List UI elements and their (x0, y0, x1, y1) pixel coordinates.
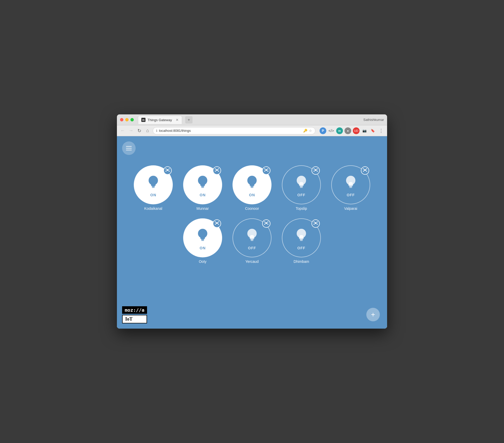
hamburger-line-3 (126, 150, 132, 150)
browser-window: m Things Gateway ✕ + Sathishkumar ← → ↻ … (117, 114, 387, 329)
connect-icon (264, 168, 269, 173)
ublock-icon[interactable]: UD (353, 127, 360, 134)
thing-item-valparai[interactable]: OFF Valparai (330, 165, 372, 211)
thing-circle-container: ON (183, 218, 222, 257)
hamburger-line-1 (126, 146, 132, 147)
bulb-icon (144, 173, 162, 192)
svg-point-77 (218, 224, 219, 225)
thing-circle-container: ON (183, 165, 222, 204)
svg-point-22 (215, 168, 216, 170)
thing-name: Valparai (344, 206, 357, 211)
svg-rect-40 (300, 186, 303, 187)
thing-item-topslip[interactable]: OFF Topslip (281, 165, 322, 211)
svg-point-75 (218, 222, 219, 223)
thing-item-ooty[interactable]: ON Ooty (182, 218, 223, 264)
svg-point-87 (264, 222, 265, 223)
tab-title: Things Gateway (148, 118, 172, 122)
thing-circle-container: ON (233, 165, 271, 204)
tab-close-button[interactable]: ✕ (176, 118, 179, 122)
bulb-icon (292, 226, 310, 245)
reload-button[interactable]: ↻ (136, 128, 142, 134)
thing-item-coonoor[interactable]: ON Coonoor (231, 165, 273, 211)
svg-point-62 (366, 168, 367, 170)
connect-icon (313, 168, 318, 173)
screenshot-icon[interactable]: 📷 (361, 127, 368, 134)
svg-point-61 (363, 168, 364, 170)
thing-circle-container: OFF (233, 218, 271, 257)
thing-circle-container: OFF (331, 165, 370, 204)
bulb-icon (292, 173, 310, 192)
thing-item-kodaikanal[interactable]: ON Kodaikanal (132, 165, 174, 211)
thing-name: Yercaud (246, 259, 259, 264)
thing-status: ON (249, 193, 255, 197)
new-tab-button[interactable]: + (185, 116, 193, 123)
maximize-window-button[interactable] (130, 118, 134, 121)
thing-circle-container: OFF (282, 218, 321, 257)
connect-icon (215, 221, 219, 226)
connect-badge[interactable] (213, 166, 221, 175)
thing-item-dhimbam[interactable]: OFF Dhimbam (281, 218, 322, 264)
svg-point-101 (317, 222, 318, 223)
svg-point-102 (314, 224, 315, 225)
hamburger-menu-button[interactable] (122, 141, 136, 155)
minimize-window-button[interactable] (125, 118, 129, 121)
svg-point-11 (165, 171, 167, 172)
svg-point-48 (314, 168, 315, 170)
svg-rect-41 (300, 187, 303, 188)
close-window-button[interactable] (120, 118, 123, 121)
thing-item-munnar[interactable]: ON Munnar (182, 165, 223, 211)
svg-point-63 (363, 171, 364, 172)
things-row-1: ON Kodaikanal ON Mun (132, 165, 372, 211)
connect-badge[interactable] (262, 219, 270, 228)
svg-point-37 (264, 171, 265, 172)
add-thing-button[interactable]: + (366, 308, 380, 321)
pocket-icon[interactable]: P (320, 127, 326, 134)
hamburger-line-2 (126, 148, 132, 148)
svg-point-24 (215, 171, 216, 172)
connect-icon (264, 221, 269, 226)
svg-point-76 (215, 224, 216, 225)
thing-item-yercaud[interactable]: OFF Yercaud (231, 218, 273, 264)
svg-rect-92 (300, 239, 303, 240)
connect-badge[interactable] (361, 166, 369, 175)
bookmark-icon[interactable]: 🔖 (369, 127, 376, 134)
svg-point-9 (165, 168, 167, 170)
bulb-icon (194, 173, 212, 192)
svg-point-49 (317, 168, 318, 170)
browser-menu-button[interactable]: ⋮ (378, 127, 384, 134)
traffic-lights (120, 118, 134, 121)
profile-icon[interactable]: m (336, 127, 343, 134)
connect-icon (165, 168, 170, 173)
iot-logo: IoT (122, 315, 147, 323)
connect-badge[interactable] (262, 166, 270, 175)
back-button[interactable]: ← (120, 128, 126, 133)
svg-rect-66 (201, 239, 204, 240)
svg-point-64 (366, 171, 367, 172)
thing-status: ON (150, 193, 156, 197)
svg-rect-80 (251, 240, 253, 241)
thing-circle-container: ON (134, 165, 173, 204)
thing-status: ON (200, 246, 206, 250)
svg-point-74 (215, 222, 216, 223)
browser-tab[interactable]: m Things Gateway ✕ (138, 116, 182, 124)
home-button[interactable]: ⌂ (144, 128, 151, 133)
bookmark-star-icon[interactable]: ☆ (309, 129, 312, 133)
connect-icon (313, 221, 318, 226)
connect-badge[interactable] (163, 166, 172, 175)
svg-rect-27 (250, 186, 254, 187)
url-bar[interactable]: ℹ localhost:8081/things 🔑 ☆ (153, 127, 315, 134)
connect-badge[interactable] (213, 219, 221, 228)
devtools-icon[interactable]: </> (328, 127, 335, 134)
forward-button[interactable]: → (128, 128, 134, 133)
svg-point-50 (314, 171, 315, 172)
sync-icon[interactable]: ● (344, 127, 351, 134)
lock-icon: ℹ (156, 129, 157, 133)
thing-status: OFF (248, 246, 256, 250)
connect-badge[interactable] (311, 166, 320, 175)
svg-rect-79 (250, 239, 254, 240)
svg-point-38 (268, 171, 269, 172)
svg-point-88 (268, 222, 269, 223)
thing-name: Dhimbam (294, 259, 309, 264)
key-icon: 🔑 (303, 129, 307, 133)
connect-badge[interactable] (311, 219, 320, 228)
